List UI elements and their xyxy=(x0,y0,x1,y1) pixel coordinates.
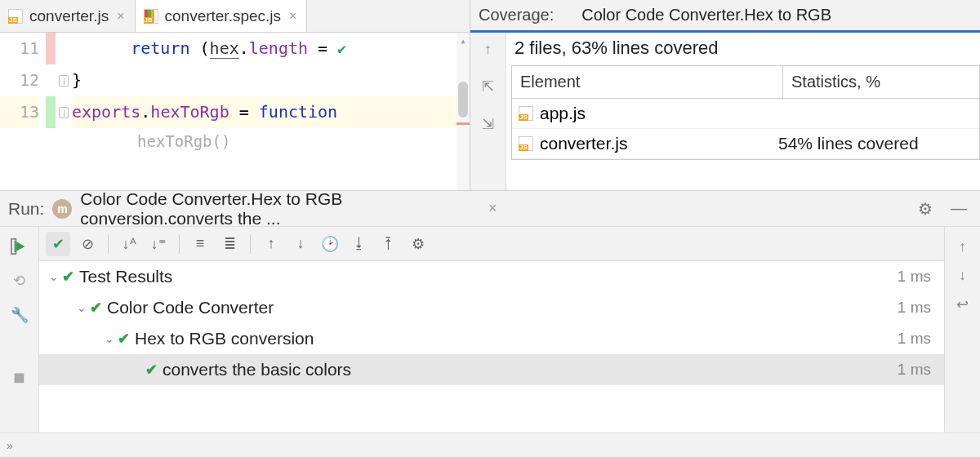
test-tree[interactable]: ⌄ ✔ Test Results 1 ms ⌄ ✔ Color Code Con… xyxy=(39,261,944,433)
gear-icon[interactable]: ⚙ xyxy=(913,199,938,219)
inline-check-icon: ✔ xyxy=(337,40,346,57)
arrow-up-icon[interactable]: ↑ xyxy=(477,38,500,60)
toggle-auto-test-icon[interactable]: ⟲ xyxy=(8,269,31,292)
bottom-strip: » xyxy=(0,433,980,457)
history-icon[interactable]: 🕑 xyxy=(318,232,342,256)
coverage-config-name: Color Code Converter.Hex to RGB xyxy=(565,6,831,24)
close-icon[interactable]: × xyxy=(485,200,501,217)
line-number: 13 xyxy=(0,96,39,128)
tree-row[interactable]: ✔ converts the basic colors 1 ms xyxy=(39,354,944,385)
show-passed-icon[interactable]: ✔ xyxy=(46,232,70,256)
close-icon[interactable]: × xyxy=(115,9,126,24)
chevron-down-icon[interactable]: ⌄ xyxy=(74,301,90,314)
tab-label: converter.spec.js xyxy=(165,7,282,25)
parameter-hint: hexToRgb() xyxy=(72,128,470,154)
run-config-name: Color Code Converter.Hex to RGB conversi… xyxy=(80,189,477,228)
tab-label: converter.js xyxy=(29,7,109,25)
soft-wrap-icon[interactable]: ↩ xyxy=(956,295,969,313)
chevron-down-icon[interactable]: ⌄ xyxy=(46,270,62,283)
column-header-element[interactable]: Element xyxy=(512,66,783,98)
coverage-title-label: Coverage: xyxy=(479,6,554,24)
show-ignored-icon[interactable]: ⊘ xyxy=(75,232,100,256)
coverage-header: Coverage: Color Code Converter.Hex to RG… xyxy=(470,0,980,33)
coverage-covered-marker xyxy=(46,96,56,128)
run-label: Run: xyxy=(8,199,44,219)
scroll-up-icon[interactable]: ▴ xyxy=(457,33,470,49)
collapse-all-icon[interactable]: ≣ xyxy=(217,232,242,256)
flatten-up-icon[interactable]: ⇱ xyxy=(477,75,500,98)
pass-check-icon: ✔ xyxy=(62,268,74,286)
svg-rect-0 xyxy=(11,239,15,254)
prev-failed-icon[interactable]: ↑ xyxy=(259,232,283,256)
scroll-up-icon[interactable]: ↑ xyxy=(959,238,966,255)
chevron-down-icon[interactable]: ⌄ xyxy=(101,332,118,345)
js-file-icon xyxy=(519,106,533,121)
coverage-side-toolbar: ↑ ⇱ ⇲ xyxy=(470,33,506,190)
js-file-icon xyxy=(519,136,533,151)
line-gutter: 11 12 13 xyxy=(0,33,46,190)
editor-tabs: converter.js × converter.spec.js × xyxy=(0,0,470,33)
stop-icon[interactable]: ◼ xyxy=(8,366,31,388)
editor-scrollbar[interactable]: ▴ xyxy=(457,33,470,190)
export-icon[interactable]: ⭱ xyxy=(376,232,401,256)
coverage-marker-column xyxy=(46,33,56,190)
tree-row[interactable]: ⌄ ✔ Color Code Converter 1 ms xyxy=(39,292,944,323)
tree-row[interactable]: ⌄ ✔ Hex to RGB conversion 1 ms xyxy=(39,323,944,354)
sort-duration-icon[interactable]: ↓⁼ xyxy=(146,232,171,256)
pass-check-icon: ✔ xyxy=(145,361,158,379)
run-right-toolbar: ↑ ↓ ↩ xyxy=(944,227,980,433)
coverage-row[interactable]: converter.js 54% lines covered xyxy=(512,129,979,159)
scrollbar-thumb[interactable] xyxy=(458,82,468,118)
tree-row[interactable]: ⌄ ✔ Test Results 1 ms xyxy=(39,261,944,292)
run-left-toolbar: ⟲ 🔧 ◼ xyxy=(0,227,39,433)
run-header: Run: m Color Code Converter.Hex to RGB c… xyxy=(0,191,980,227)
test-toolbar: ✔ ⊘ ↓ᴬ ↓⁼ ≡ ≣ ↑ ↓ 🕑 ⭳ ⭱ ⚙ xyxy=(39,227,944,261)
column-header-statistics[interactable]: Statistics, % xyxy=(783,66,979,98)
import-icon[interactable]: ⭳ xyxy=(347,232,372,256)
next-failed-icon[interactable]: ↓ xyxy=(288,232,313,256)
flatten-down-icon[interactable]: ⇲ xyxy=(477,113,500,135)
coverage-summary: 2 files, 63% lines covered xyxy=(506,33,980,64)
test-settings-icon[interactable]: ⚙ xyxy=(406,232,430,256)
scroll-down-icon[interactable]: ↓ xyxy=(959,267,966,284)
tab-converter-spec-js[interactable]: converter.spec.js × xyxy=(136,0,308,32)
code-content[interactable]: return (hex.length = ✔ } exports.hexToRg… xyxy=(72,33,470,190)
js-file-icon xyxy=(8,9,23,24)
line-number: 11 xyxy=(0,33,39,64)
fold-handle-icon[interactable] xyxy=(59,75,69,87)
scrollbar-error-mark[interactable] xyxy=(457,122,470,125)
close-icon[interactable]: × xyxy=(287,9,298,24)
coverage-pane: Coverage: Color Code Converter.Hex to RG… xyxy=(470,0,980,190)
minimize-icon[interactable]: — xyxy=(946,199,972,218)
coverage-table: Element Statistics, % app.js converter.j… xyxy=(511,65,980,160)
mocha-badge-icon: m xyxy=(52,199,72,219)
expand-all-icon[interactable]: ≡ xyxy=(188,232,212,256)
rerun-with-coverage-icon[interactable] xyxy=(8,235,31,258)
fold-handle-icon[interactable] xyxy=(59,107,69,118)
pass-check-icon: ✔ xyxy=(118,330,130,348)
sort-alpha-icon[interactable]: ↓ᴬ xyxy=(117,232,141,256)
editor-body[interactable]: 11 12 13 return (hex.length = ✔ } export… xyxy=(0,33,470,190)
line-number: 12 xyxy=(0,64,39,96)
run-panel: Run: m Color Code Converter.Hex to RGB c… xyxy=(0,191,980,457)
fold-column xyxy=(56,33,72,190)
settings-wrench-icon[interactable]: 🔧 xyxy=(8,304,31,326)
js-spec-file-icon xyxy=(144,9,158,24)
pass-check-icon: ✔ xyxy=(90,299,102,317)
more-icon[interactable]: » xyxy=(7,439,13,452)
coverage-uncovered-marker xyxy=(46,33,56,64)
editor-pane: converter.js × converter.spec.js × 11 12… xyxy=(0,0,470,190)
tab-converter-js[interactable]: converter.js × xyxy=(0,0,136,32)
coverage-row[interactable]: app.js xyxy=(512,99,979,129)
